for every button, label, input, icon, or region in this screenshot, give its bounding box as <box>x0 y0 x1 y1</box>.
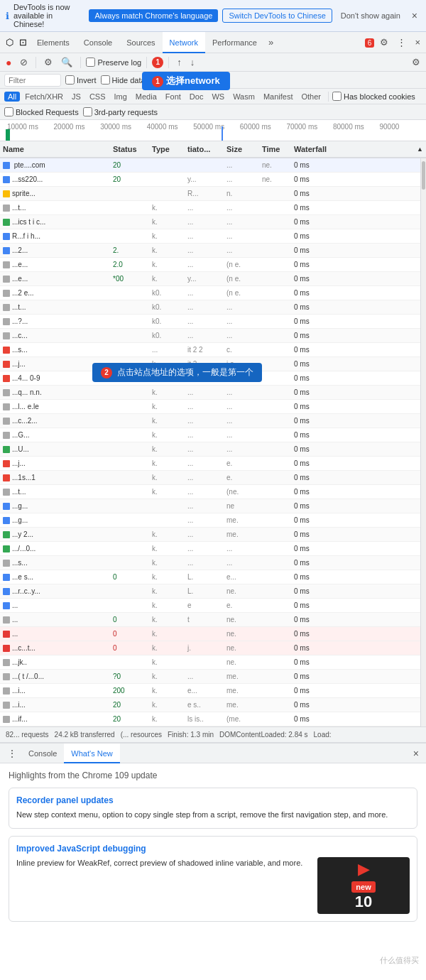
tab-whats-new[interactable]: What's New <box>64 744 119 763</box>
type-btn-ws[interactable]: WS <box>208 92 228 102</box>
table-row[interactable]: ...r..c..y... k. L. ne. 0 ms <box>0 584 420 599</box>
switch-devtools-button[interactable]: Switch DevTools to Chinese <box>222 9 332 23</box>
table-row[interactable]: ...ics t i c... k. ... ... 0 ms <box>0 215 420 229</box>
blocked-requests-checkbox[interactable]: Blocked Requests <box>4 107 79 116</box>
infobar-close-button[interactable]: × <box>409 10 420 21</box>
tab-console-bottom[interactable]: Console <box>21 744 64 763</box>
table-row[interactable]: ...G... k. ... ... 0 ms <box>0 428 420 442</box>
table-row[interactable]: ...c...2... k. ... ... 0 ms <box>0 414 420 428</box>
table-row[interactable]: ...jk.. k. ne. 0 ms <box>0 655 420 670</box>
table-row[interactable]: ...U... k. ... ... 0 ms <box>0 442 420 457</box>
bottom-dotmenu-button[interactable]: ⋮ <box>3 748 21 759</box>
header-name[interactable]: Name <box>0 145 110 153</box>
type-btn-css[interactable]: CSS <box>86 92 109 102</box>
table-row[interactable]: ...l... e.le k. ... ... 0 ms <box>0 400 420 414</box>
header-type[interactable]: Type <box>149 145 185 153</box>
table-row[interactable]: ...g... ... me. 0 ms <box>0 513 420 528</box>
table-row[interactable]: ...e... 2.0 k. ... (n e. 0 ms <box>0 258 420 272</box>
table-row[interactable]: ...( t /...0... ?0 k. ... me. 0 ms <box>0 670 420 684</box>
bottom-panel: ⋮ Console What's New × Highlights from t… <box>0 742 426 936</box>
header-time[interactable]: Time <box>259 145 291 153</box>
preserve-log-checkbox[interactable]: Preserve log <box>86 58 141 67</box>
table-row[interactable]: ...i... 200 k. e... me. 0 ms <box>0 684 420 698</box>
type-btn-fetch[interactable]: Fetch/XHR <box>21 92 67 102</box>
table-row[interactable]: ...e... *00 k. y... (n e. 0 ms <box>0 272 420 286</box>
type-btn-img[interactable]: Img <box>111 92 131 102</box>
table-row[interactable]: ...1s...1 k. ... e. 0 ms <box>0 471 420 485</box>
table-row[interactable]: ...e s... 0 k. L. e... 0 ms <box>0 570 420 584</box>
upload-icon[interactable]: ↑ <box>174 56 185 68</box>
table-row[interactable]: sprite... R... n. 0 ms <box>0 187 420 201</box>
tab-elements[interactable]: Elements <box>30 32 77 53</box>
table-row[interactable]: ...q... n.n. k. ... ... 0 ms <box>0 386 420 400</box>
preserve-log-input[interactable] <box>86 58 95 67</box>
cell-waterfall: 0 ms <box>291 431 420 439</box>
record-button[interactable]: ● <box>3 56 14 69</box>
type-btn-font[interactable]: Font <box>162 92 185 102</box>
table-row[interactable]: ...i... 20 k. e s.. me. 0 ms <box>0 698 420 712</box>
table-row[interactable]: pte....com 20 ... ne. 0 ms <box>0 158 420 173</box>
cell-init: t <box>185 616 224 624</box>
invert-checkbox[interactable]: Invert <box>65 75 97 85</box>
hide-data-input[interactable] <box>101 75 110 85</box>
inspect-icon[interactable]: ⊡ <box>16 37 30 48</box>
tab-network[interactable]: Network <box>163 32 205 53</box>
match-language-button[interactable]: Always match Chrome's language <box>89 9 218 22</box>
table-row[interactable]: R...f i h... k. ... ... 0 ms <box>0 229 420 244</box>
tab-console[interactable]: Console <box>77 32 119 53</box>
type-btn-wasm[interactable]: Wasm <box>229 92 258 102</box>
table-row[interactable]: ...2... 2. k. ... ... 0 ms <box>0 244 420 258</box>
table-row[interactable]: .../...0... k. ... ... 0 ms <box>0 542 420 556</box>
cell-time: ne. <box>259 161 291 169</box>
tab-more-icon[interactable]: » <box>264 37 278 48</box>
devtools-nav-icon[interactable]: ⬡ <box>3 37 16 48</box>
table-row[interactable]: ...t... k. ... ... 0 ms <box>0 201 420 215</box>
table-row[interactable]: ...j... k. ... e. 0 ms <box>0 457 420 471</box>
scrollbar[interactable] <box>420 158 426 726</box>
search-button[interactable]: 🔍 <box>58 56 75 68</box>
table-row[interactable]: ...s... k. ... ... 0 ms <box>0 556 420 570</box>
type-btn-all[interactable]: All <box>4 92 20 102</box>
header-initiator[interactable]: tiato... <box>185 145 224 153</box>
has-blocked-cookies-input[interactable] <box>332 92 342 101</box>
table-row[interactable]: ... k. e e. 0 ms <box>0 599 420 613</box>
blocked-requests-input[interactable] <box>4 107 13 116</box>
type-btn-js[interactable]: JS <box>68 92 84 102</box>
filter-input[interactable] <box>4 74 61 87</box>
table-row[interactable]: ... 0 k. ne. 0 ms <box>0 627 420 641</box>
devtools-close-button[interactable]: × <box>412 36 423 49</box>
header-waterfall[interactable]: Waterfall ▲ <box>291 145 426 153</box>
devtools-ellipsis-button[interactable]: ⋮ <box>394 36 409 49</box>
third-party-input[interactable] <box>83 107 92 116</box>
bottom-close-button[interactable]: × <box>409 748 423 759</box>
header-size[interactable]: Size <box>224 145 259 153</box>
type-btn-media[interactable]: Media <box>132 92 160 102</box>
tab-performance[interactable]: Performance <box>205 32 264 53</box>
type-btn-doc[interactable]: Doc <box>186 92 207 102</box>
table-row[interactable]: ...t... k. ... (ne. 0 ms <box>0 485 420 499</box>
table-row[interactable]: ...c... k0. ... ... 0 ms <box>0 329 420 343</box>
type-btn-other[interactable]: Other <box>297 92 324 102</box>
table-row[interactable]: ...2 e... k0. ... (n e. 0 ms <box>0 286 420 300</box>
type-btn-manifest[interactable]: Manifest <box>260 92 297 102</box>
invert-input[interactable] <box>65 75 75 85</box>
stop-button[interactable]: ⊘ <box>17 56 31 68</box>
devtools-settings-button[interactable]: ⚙ <box>377 36 391 49</box>
table-row[interactable]: ...?... k0. ... ... 0 ms <box>0 315 420 329</box>
dont-show-again-button[interactable]: Don't show again <box>337 9 405 22</box>
tab-sources[interactable]: Sources <box>119 32 162 53</box>
table-row[interactable]: ...s... ... it 2 2 c. 0 ms <box>0 343 420 357</box>
table-row[interactable]: ...c...t... 0 k. j. ne. 0 ms <box>0 641 420 655</box>
table-row[interactable]: ...if... 20 k. ls is.. (me. 0 ms <box>0 712 420 726</box>
toolbar-settings-button[interactable]: ⚙ <box>409 56 423 68</box>
filter-button[interactable]: ⚙ <box>41 56 55 68</box>
table-row[interactable]: ...y 2... k. ... me. 0 ms <box>0 528 420 542</box>
table-row[interactable]: ... 0 k. t ne. 0 ms <box>0 613 420 627</box>
table-row[interactable]: ...ss220... 20 y... ... ne. 0 ms <box>0 173 420 187</box>
table-row[interactable]: ...t... k0. ... ... 0 ms <box>0 300 420 315</box>
has-blocked-cookies-checkbox[interactable]: Has blocked cookies <box>332 92 415 101</box>
third-party-checkbox[interactable]: 3rd-party requests <box>83 107 158 116</box>
table-row[interactable]: ...g... ... ne 0 ms <box>0 499 420 513</box>
download-icon[interactable]: ↓ <box>187 56 198 68</box>
header-status[interactable]: Status <box>110 145 149 153</box>
